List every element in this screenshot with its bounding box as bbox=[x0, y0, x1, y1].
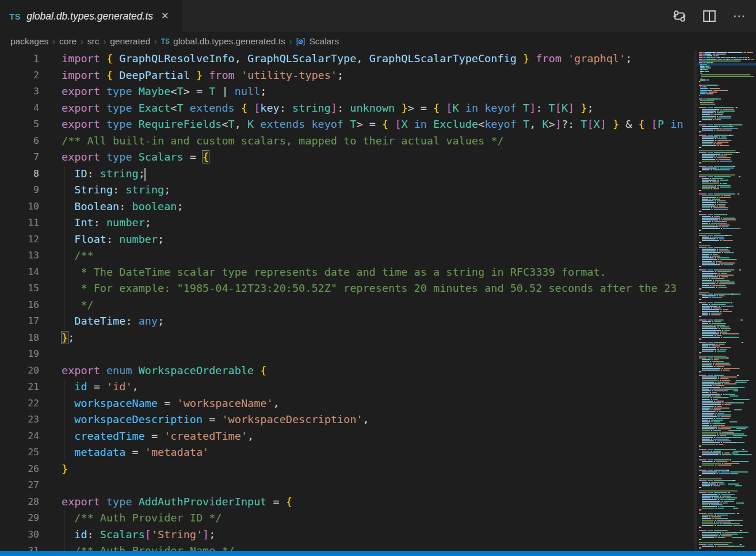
code-text[interactable]: metadata = 'metadata' bbox=[62, 444, 209, 461]
split-editor-icon[interactable] bbox=[701, 7, 718, 25]
line-number: 22 bbox=[0, 395, 39, 412]
code-line-3: 3export type Maybe<T> = T | null; bbox=[0, 83, 694, 100]
code-text[interactable]: } bbox=[62, 461, 68, 478]
code-text[interactable]: export enum WorkspaceOrderable { bbox=[62, 363, 266, 379]
status-bar[interactable] bbox=[0, 551, 756, 556]
code-text[interactable]: Int: number; bbox=[62, 215, 151, 231]
code-text[interactable]: export type Exact<T extends { [key: stri… bbox=[62, 100, 594, 117]
code-text[interactable]: workspaceDescription = 'workspaceDescrip… bbox=[62, 412, 369, 428]
code-line-18: 18}; bbox=[0, 330, 694, 346]
breadcrumb-item-global-db-types-generated-ts[interactable]: TSglobal.db.types.generated.ts bbox=[161, 36, 285, 47]
code-text[interactable]: /** All built-in and custom scalars, map… bbox=[62, 133, 504, 150]
line-number: 13 bbox=[0, 247, 39, 264]
line-number: 12 bbox=[0, 231, 39, 248]
line-number: 17 bbox=[0, 313, 39, 330]
code-line-19: 19 bbox=[0, 346, 694, 363]
code-line-25: 25 metadata = 'metadata' bbox=[0, 444, 694, 461]
code-line-24: 24 createdTime = 'createdTime', bbox=[0, 428, 694, 445]
code-text[interactable]: DateTime: any; bbox=[62, 313, 164, 330]
line-number: 27 bbox=[0, 477, 39, 494]
code-text[interactable]: import { GraphQLResolveInfo, GraphQLScal… bbox=[62, 51, 632, 67]
symbol-type-icon bbox=[296, 37, 306, 47]
breadcrumb-item-packages[interactable]: packages bbox=[10, 36, 48, 47]
code-line-16: 16 */ bbox=[0, 297, 694, 314]
indent-guide bbox=[64, 215, 64, 231]
code-line-6: 6/** All built-in and custom scalars, ma… bbox=[0, 133, 694, 150]
line-number: 5 bbox=[0, 116, 39, 133]
line-number: 2 bbox=[0, 67, 39, 84]
code-text[interactable]: /** bbox=[62, 247, 94, 264]
line-number: 23 bbox=[0, 412, 39, 428]
compare-changes-icon[interactable] bbox=[671, 7, 688, 25]
code-text[interactable]: }; bbox=[62, 330, 74, 346]
tab-bar: TS global.db.types.generated.ts ✕ bbox=[0, 0, 756, 32]
code-text[interactable]: workspaceName = 'workspaceName', bbox=[62, 395, 280, 412]
code-text[interactable]: export type Maybe<T> = T | null; bbox=[62, 83, 266, 100]
code-line-27: 27 bbox=[0, 477, 694, 494]
tab-title: global.db.types.generated.ts bbox=[26, 10, 153, 22]
more-actions-icon[interactable]: ⋯ bbox=[731, 7, 748, 25]
code-text[interactable]: id: Scalars['String']; bbox=[62, 527, 215, 543]
code-text[interactable]: */ bbox=[62, 297, 94, 314]
code-line-9: 9 String: string; bbox=[0, 182, 694, 199]
code-line-29: 29 /** Auth Provider ID */ bbox=[0, 510, 694, 527]
code-text[interactable]: export type RequireFields<T, K extends k… bbox=[62, 116, 684, 133]
code-text[interactable]: String: string; bbox=[62, 182, 170, 199]
indent-guide bbox=[64, 444, 64, 461]
code-text[interactable]: * For example: "1985-04-12T23:20:50.52Z"… bbox=[62, 280, 677, 297]
line-number: 29 bbox=[0, 510, 39, 527]
breadcrumb-item-src[interactable]: src bbox=[87, 36, 100, 47]
editor-pane[interactable]: 1import { GraphQLResolveInfo, GraphQLSca… bbox=[0, 51, 694, 556]
code-text[interactable]: export type Scalars = { bbox=[62, 149, 209, 166]
code-line-30: 30 id: Scalars['String']; bbox=[0, 527, 694, 543]
code-text[interactable]: Boolean: boolean; bbox=[62, 199, 184, 215]
line-number: 6 bbox=[0, 133, 39, 150]
chevron-right-icon: › bbox=[52, 37, 55, 46]
breadcrumb-item-generated[interactable]: generated bbox=[110, 36, 150, 47]
breadcrumb-label: Scalars bbox=[309, 36, 339, 47]
line-number: 15 bbox=[0, 280, 39, 297]
code-text[interactable]: ID: string; bbox=[62, 166, 146, 182]
chevron-right-icon: › bbox=[289, 37, 292, 46]
line-number: 26 bbox=[0, 461, 39, 478]
line-number: 16 bbox=[0, 297, 39, 314]
text-cursor bbox=[144, 168, 146, 181]
breadcrumb-item-scalars[interactable]: Scalars bbox=[296, 36, 339, 47]
line-number: 14 bbox=[0, 264, 39, 281]
code-line-23: 23 workspaceDescription = 'workspaceDesc… bbox=[0, 412, 694, 428]
line-number: 21 bbox=[0, 379, 39, 395]
indent-guide bbox=[64, 264, 64, 281]
code-text[interactable]: id = 'id', bbox=[62, 379, 139, 395]
code-text[interactable]: * The DateTime scalar type represents da… bbox=[62, 264, 606, 281]
code-text[interactable]: Float: number; bbox=[62, 231, 164, 248]
indent-guide bbox=[64, 395, 64, 412]
breadcrumb-label: core bbox=[59, 36, 77, 47]
code-text[interactable]: import { DeepPartial } from 'utility-typ… bbox=[62, 67, 343, 84]
indent-guide bbox=[64, 182, 64, 199]
minimap[interactable] bbox=[694, 51, 756, 551]
chevron-right-icon: › bbox=[81, 37, 83, 46]
line-number: 11 bbox=[0, 215, 39, 231]
code-line-21: 21 id = 'id', bbox=[0, 379, 694, 395]
minimap-edge bbox=[694, 51, 697, 551]
tab-global-db-types-generated[interactable]: TS global.db.types.generated.ts ✕ bbox=[0, 0, 182, 32]
code-line-22: 22 workspaceName = 'workspaceName', bbox=[0, 395, 694, 412]
indent-guide bbox=[64, 297, 64, 314]
editor-actions: ⋯ bbox=[671, 0, 756, 32]
code-lines: 1import { GraphQLResolveInfo, GraphQLSca… bbox=[0, 51, 694, 556]
indent-guide bbox=[64, 510, 64, 527]
code-text[interactable]: export type AddAuthProviderInput = { bbox=[62, 494, 292, 511]
line-number: 19 bbox=[0, 346, 39, 363]
indent-guide bbox=[64, 412, 64, 428]
line-number: 3 bbox=[0, 83, 39, 100]
line-number: 25 bbox=[0, 444, 39, 461]
breadcrumb-item-core[interactable]: core bbox=[59, 36, 77, 47]
code-text[interactable]: /** Auth Provider ID */ bbox=[62, 510, 222, 527]
chevron-right-icon: › bbox=[104, 37, 106, 46]
tab-close-icon[interactable]: ✕ bbox=[161, 12, 169, 21]
ts-file-icon: TS bbox=[9, 12, 21, 21]
code-text[interactable]: createdTime = 'createdTime', bbox=[62, 428, 254, 445]
code-line-28: 28export type AddAuthProviderInput = { bbox=[0, 494, 694, 511]
code-line-2: 2import { DeepPartial } from 'utility-ty… bbox=[0, 67, 694, 84]
indent-guide bbox=[64, 280, 64, 297]
